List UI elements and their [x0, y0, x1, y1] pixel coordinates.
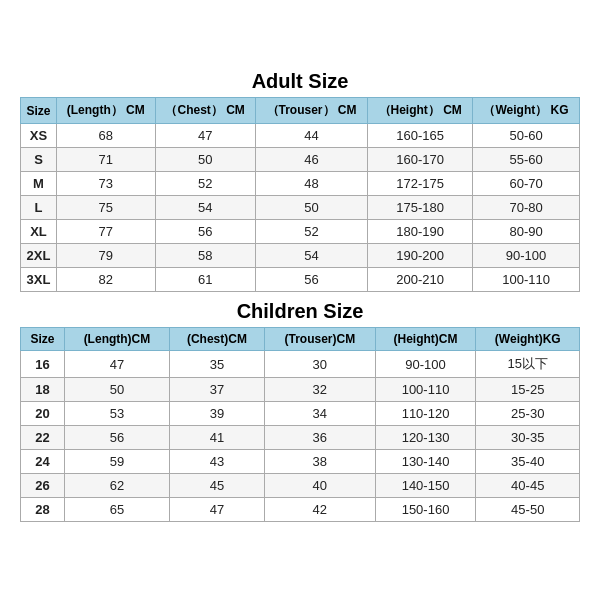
- table-row: 22564136120-13030-35: [21, 426, 580, 450]
- table-cell: 77: [56, 220, 155, 244]
- table-row: 26624540140-15040-45: [21, 474, 580, 498]
- table-cell: 90-100: [473, 244, 580, 268]
- table-cell: 36: [265, 426, 375, 450]
- adult-size-table: Size(Length） CM（Chest） CM（Trouser） CM（He…: [20, 97, 580, 292]
- table-cell: 15-25: [476, 378, 580, 402]
- table-cell: 16: [21, 351, 65, 378]
- table-cell: 40: [265, 474, 375, 498]
- table-cell: 56: [65, 426, 170, 450]
- table-cell: 90-100: [375, 351, 476, 378]
- table-cell: 35: [169, 351, 264, 378]
- table-row: 3XL826156200-210100-110: [21, 268, 580, 292]
- table-row: L755450175-18070-80: [21, 196, 580, 220]
- table-cell: 52: [155, 172, 255, 196]
- table-cell: 150-160: [375, 498, 476, 522]
- table-cell: 71: [56, 148, 155, 172]
- children-header-cell: (Chest)CM: [169, 328, 264, 351]
- table-cell: 200-210: [368, 268, 473, 292]
- table-cell: 50: [255, 196, 368, 220]
- table-row: M735248172-17560-70: [21, 172, 580, 196]
- table-cell: 190-200: [368, 244, 473, 268]
- table-cell: 45-50: [476, 498, 580, 522]
- table-row: 2XL795854190-20090-100: [21, 244, 580, 268]
- table-cell: 50: [155, 148, 255, 172]
- table-cell: 110-120: [375, 402, 476, 426]
- table-cell: 68: [56, 124, 155, 148]
- table-cell: 48: [255, 172, 368, 196]
- children-size-title: Children Size: [20, 300, 580, 323]
- table-cell: 180-190: [368, 220, 473, 244]
- table-cell: 82: [56, 268, 155, 292]
- table-cell: 26: [21, 474, 65, 498]
- table-cell: 37: [169, 378, 264, 402]
- adult-header-cell: （Trouser） CM: [255, 98, 368, 124]
- table-cell: L: [21, 196, 57, 220]
- table-row: 28654742150-16045-50: [21, 498, 580, 522]
- adult-header-cell: （Weight） KG: [473, 98, 580, 124]
- children-size-table: Size(Length)CM(Chest)CM(Trouser)CM(Heigh…: [20, 327, 580, 522]
- table-cell: 55-60: [473, 148, 580, 172]
- table-row: XS684744160-16550-60: [21, 124, 580, 148]
- table-cell: 50: [65, 378, 170, 402]
- table-cell: 39: [169, 402, 264, 426]
- table-cell: 43: [169, 450, 264, 474]
- table-cell: 47: [65, 351, 170, 378]
- children-header-cell: (Length)CM: [65, 328, 170, 351]
- adult-header-cell: （Chest） CM: [155, 98, 255, 124]
- table-cell: XL: [21, 220, 57, 244]
- table-cell: 100-110: [375, 378, 476, 402]
- adult-header-cell: (Length） CM: [56, 98, 155, 124]
- table-cell: 34: [265, 402, 375, 426]
- table-row: 1647353090-10015以下: [21, 351, 580, 378]
- table-cell: 120-130: [375, 426, 476, 450]
- table-cell: 58: [155, 244, 255, 268]
- table-cell: 140-150: [375, 474, 476, 498]
- table-cell: 35-40: [476, 450, 580, 474]
- table-cell: 175-180: [368, 196, 473, 220]
- table-cell: 79: [56, 244, 155, 268]
- table-row: 20533934110-12025-30: [21, 402, 580, 426]
- table-cell: 65: [65, 498, 170, 522]
- table-cell: 2XL: [21, 244, 57, 268]
- table-cell: 54: [255, 244, 368, 268]
- table-cell: 54: [155, 196, 255, 220]
- table-cell: 28: [21, 498, 65, 522]
- table-cell: 160-165: [368, 124, 473, 148]
- table-cell: 22: [21, 426, 65, 450]
- children-header-cell: (Trouser)CM: [265, 328, 375, 351]
- table-cell: 44: [255, 124, 368, 148]
- table-cell: 15以下: [476, 351, 580, 378]
- table-cell: 38: [265, 450, 375, 474]
- table-row: 24594338130-14035-40: [21, 450, 580, 474]
- table-cell: 130-140: [375, 450, 476, 474]
- table-cell: 24: [21, 450, 65, 474]
- table-cell: 30: [265, 351, 375, 378]
- table-row: S715046160-17055-60: [21, 148, 580, 172]
- table-cell: 20: [21, 402, 65, 426]
- table-cell: 18: [21, 378, 65, 402]
- table-cell: M: [21, 172, 57, 196]
- table-cell: 30-35: [476, 426, 580, 450]
- table-row: 18503732100-11015-25: [21, 378, 580, 402]
- children-header-cell: Size: [21, 328, 65, 351]
- table-cell: 172-175: [368, 172, 473, 196]
- table-cell: 40-45: [476, 474, 580, 498]
- table-cell: 59: [65, 450, 170, 474]
- table-cell: 62: [65, 474, 170, 498]
- table-cell: 53: [65, 402, 170, 426]
- table-cell: 73: [56, 172, 155, 196]
- adult-header-cell: （Height） CM: [368, 98, 473, 124]
- size-chart-container: Adult Size Size(Length） CM（Chest） CM（Tro…: [10, 60, 590, 540]
- table-cell: 42: [265, 498, 375, 522]
- table-cell: 52: [255, 220, 368, 244]
- table-cell: 3XL: [21, 268, 57, 292]
- table-cell: S: [21, 148, 57, 172]
- table-cell: 45: [169, 474, 264, 498]
- table-cell: 160-170: [368, 148, 473, 172]
- table-cell: 80-90: [473, 220, 580, 244]
- children-header-cell: (Height)CM: [375, 328, 476, 351]
- table-cell: 47: [169, 498, 264, 522]
- children-header-cell: (Weight)KG: [476, 328, 580, 351]
- table-cell: 70-80: [473, 196, 580, 220]
- table-cell: 56: [255, 268, 368, 292]
